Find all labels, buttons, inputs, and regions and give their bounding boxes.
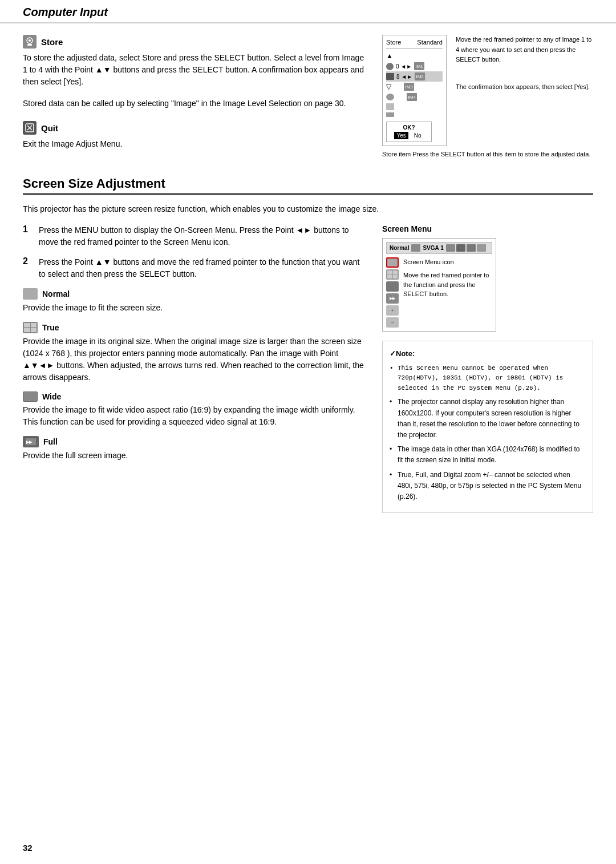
- feature-full: ▶▶ Full Provide the full screen image.: [23, 436, 365, 462]
- true-text: Provide the image in its original size. …: [23, 336, 365, 383]
- screen-menu-diagram: Normal SVGA 1: [382, 238, 593, 332]
- bar-icon1: [446, 244, 455, 252]
- full-text: Provide the full screen image.: [23, 450, 365, 462]
- store-diagram-box: Store Standard ▲ 0 ◄► IM1: [382, 35, 447, 146]
- wide-heading: Wide: [23, 391, 365, 402]
- menu-bar: Normal SVGA 1: [386, 242, 492, 254]
- store-quit-section: Store To store the adjusted data, select…: [23, 35, 365, 159]
- page-number: 32: [23, 843, 33, 853]
- quit-text: Exit the Image Adjust Menu.: [23, 138, 365, 150]
- screen-menu-box: Normal SVGA 1: [382, 238, 496, 332]
- screen-menu-notes: Screen Menu icon Move the red framed poi…: [403, 257, 492, 328]
- true-heading: True: [23, 322, 365, 333]
- screen-menu-label: Screen Menu: [382, 224, 593, 233]
- store-diagram: Store Standard ▲ 0 ◄► IM1: [382, 35, 593, 159]
- note-bullet-1: This Screen Menu cannot be operated when…: [390, 364, 586, 394]
- diag-icon-minus: [386, 112, 394, 117]
- feature-wide: Wide Provide the image to fit wide video…: [23, 391, 365, 428]
- store-diagram-notes: Move the red framed pointer to any of Im…: [456, 35, 593, 92]
- store-section: Store To store the adjusted data, select…: [23, 35, 365, 110]
- menu-items-list: ▶▶ + −: [386, 257, 399, 328]
- smenu-item-true: [386, 269, 399, 280]
- diag-icon-circle: [386, 63, 394, 70]
- diag-row-im1: 0 ◄► IM1: [386, 61, 443, 71]
- note-bullet-4: True, Full, and Digital zoom +/– cannot …: [390, 470, 586, 503]
- step-2: 2 Press the Point ▲▼ buttons and move th…: [23, 256, 365, 280]
- note-section: ✓Note: This Screen Menu cannot be operat…: [382, 341, 593, 513]
- store-caption: Store item Press the SELECT button at th…: [382, 150, 593, 159]
- menu-bar-icons: [446, 244, 486, 252]
- menu-bar-icon1: [411, 244, 420, 252]
- diag-row-im3: ▽ IM3: [386, 82, 443, 92]
- store-heading: Store: [23, 35, 365, 49]
- feature-normal: Normal Provide the image to fit the scre…: [23, 288, 365, 314]
- ok-dialog: OK? Yes No: [386, 122, 432, 142]
- screen-size-intro: This projector has the picture screen re…: [23, 203, 593, 215]
- true-icon: [23, 322, 38, 333]
- wide-icon: [23, 391, 38, 402]
- note-bullet-2: The projector cannot display any resolut…: [390, 397, 586, 441]
- smenu-item-normal: [386, 257, 399, 268]
- normal-icon: [23, 288, 38, 300]
- note-bullet-3: The image data in other than XGA (1024x7…: [390, 444, 586, 466]
- screen-size-title: Screen Size Adjustment: [23, 176, 593, 195]
- screen-size-left-col: 1 Press the MENU button to display the O…: [23, 224, 365, 513]
- quit-icon: [23, 121, 37, 135]
- feature-true: True Provide the image in its original s…: [23, 322, 365, 383]
- smenu-item-zoom-in: +: [386, 305, 399, 316]
- store-para2: Stored data can be called up by selectin…: [23, 98, 365, 110]
- note-title: ✓Note:: [390, 348, 586, 360]
- step-1: 1 Press the MENU button to display the O…: [23, 224, 365, 248]
- bar-icon2: [456, 244, 465, 252]
- diag-icon-plus: [386, 103, 394, 110]
- screen-menu-section: Screen Menu Normal SVGA 1: [382, 224, 593, 332]
- diag-icon-zoom: [386, 94, 394, 100]
- quit-section: Quit Exit the Image Adjust Menu.: [23, 121, 365, 150]
- page-title: Computer Input: [23, 6, 593, 19]
- normal-text: Provide the image to fit the screen size…: [23, 302, 365, 314]
- menu-items-body: ▶▶ + − Screen Menu icon Move the red fra…: [386, 257, 492, 328]
- normal-heading: Normal: [23, 288, 365, 300]
- bar-icon3: [467, 244, 476, 252]
- diag-row-im2: 8 ◄► IM2: [386, 71, 443, 82]
- wide-text: Provide the image to fit wide video aspe…: [23, 404, 365, 428]
- store-para1: To store the adjusted data, select Store…: [23, 52, 365, 88]
- diag-row-im4: IM4: [386, 92, 443, 102]
- svg-rect-2: [27, 44, 32, 46]
- svg-point-1: [29, 39, 31, 42]
- screen-size-right-col: Screen Menu Normal SVGA 1: [382, 224, 593, 513]
- full-heading: ▶▶ Full: [23, 436, 365, 447]
- bar-icon4: [477, 244, 486, 252]
- smenu-item-zoom-out: −: [386, 317, 399, 328]
- svg-text:▶▶: ▶▶: [26, 440, 33, 444]
- smenu-item-wide: [386, 281, 399, 292]
- full-icon: ▶▶: [23, 436, 39, 447]
- smenu-item-full: ▶▶: [386, 293, 399, 304]
- diag-row-minus: [386, 111, 443, 118]
- page-header: Computer Input: [0, 0, 616, 23]
- diag-row-up: ▲: [386, 51, 443, 61]
- store-icon: [23, 35, 37, 49]
- quit-heading: Quit: [23, 121, 365, 135]
- diag-icon-check: [386, 73, 394, 80]
- diag-row-plus: [386, 102, 443, 111]
